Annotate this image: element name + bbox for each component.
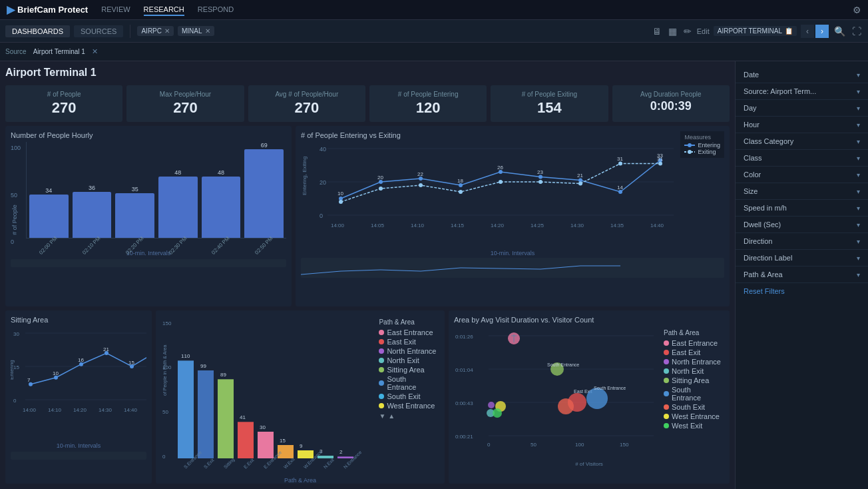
svg-text:2: 2: [339, 449, 343, 455]
settings-icon[interactable]: ⚙: [853, 5, 861, 15]
svg-point-1: [688, 143, 692, 147]
scatter-x-label: # of Visitors: [454, 461, 724, 467]
reset-filters-button[interactable]: Reset Filters: [736, 283, 868, 299]
edit-label[interactable]: Edit: [697, 27, 710, 35]
legend-exiting-label: Exiting: [698, 149, 716, 155]
next-arrow[interactable]: ›: [815, 25, 829, 38]
right-sidebar: Date ▾ Source: Airport Term... ▾ Day ▾ H…: [735, 61, 868, 489]
legend-east-exit: East Exit: [379, 338, 437, 346]
hourly-y-mid: 50: [11, 192, 21, 199]
kpi-max-value: 270: [173, 99, 198, 117]
svg-text:0:00:21: 0:00:21: [455, 434, 473, 440]
filter-color[interactable]: Color ▾: [736, 167, 868, 183]
tab-dashboards[interactable]: DASHBOARDS: [5, 25, 70, 37]
svg-text:14:00: 14:00: [23, 407, 37, 413]
svg-text:30: 30: [13, 331, 19, 337]
filter-airpc-close[interactable]: ✕: [164, 27, 170, 35]
filter-hour[interactable]: Hour ▾: [736, 117, 868, 133]
legend-entering-label: Entering: [698, 142, 720, 149]
filter-class-category[interactable]: Class Category ▾: [736, 133, 868, 150]
svg-point-126: [488, 402, 495, 408]
bottom-row: Sitting Area 30 15 0 7: [5, 310, 730, 484]
filter-size[interactable]: Size ▾: [736, 183, 868, 200]
path-area-chart: 150 100 50 0 of People in Path & Area 11…: [161, 316, 371, 476]
kpi-entering: # of People Entering 120: [369, 85, 487, 122]
legend-sitting-label: Sitting Area: [387, 366, 424, 374]
svg-rect-86: [258, 432, 274, 458]
filter-speed[interactable]: Speed in m/h ▾: [736, 200, 868, 217]
nav-review[interactable]: REVIEW: [101, 4, 130, 16]
bar: [158, 177, 198, 238]
filter-minal[interactable]: MINAL ✕: [178, 26, 214, 36]
filter-class-category-label: Class Category: [744, 137, 793, 145]
bar: [202, 177, 241, 238]
filter-hour-arrow: ▾: [857, 121, 860, 129]
hourly-y-max: 100: [11, 145, 21, 151]
filter-class-label: Class: [744, 154, 762, 162]
svg-text:9: 9: [300, 443, 303, 449]
filter-dwell-arrow: ▾: [857, 221, 860, 229]
scatter-legend-sitting: Sitting Area: [664, 376, 722, 384]
fullscreen-icon[interactable]: ⛶: [851, 25, 863, 38]
filter-direction[interactable]: Direction ▾: [736, 233, 868, 250]
entering-exiting-panel: # of People Entering vs Exiting Measures…: [296, 126, 730, 306]
svg-text:30: 30: [260, 424, 266, 430]
svg-text:10: 10: [53, 370, 59, 376]
hourly-y-min: 0: [11, 239, 21, 245]
filter-path-area[interactable]: Path & Area ▾: [736, 266, 868, 283]
svg-text:Sitting: Sitting: [223, 457, 236, 470]
kpi-duration-value: 0:00:39: [650, 99, 692, 113]
svg-text:50: 50: [531, 442, 537, 448]
filter-minal-close[interactable]: ✕: [205, 27, 210, 35]
svg-point-15: [539, 175, 542, 179]
scatter-legend-east-exit: East Exit: [664, 348, 722, 356]
kpi-exiting-value: 154: [537, 99, 562, 117]
filter-date-arrow: ▾: [857, 71, 860, 79]
svg-text:14:30: 14:30: [99, 407, 112, 413]
svg-text:E.Exit: E.Exit: [243, 458, 255, 470]
filter-date[interactable]: Date ▾: [736, 67, 868, 83]
filter-class-arrow: ▾: [857, 155, 860, 162]
monitor-icon[interactable]: 🖥: [651, 25, 663, 38]
filter-day[interactable]: Day ▾: [736, 100, 868, 117]
sort-desc-icon[interactable]: ▼: [379, 412, 385, 420]
filter-class[interactable]: Class ▾: [736, 150, 868, 167]
filter-dwell-label: Dwell (Sec): [744, 221, 781, 229]
sitting-area-x-label: 10-min. Intervals: [11, 442, 146, 449]
prev-arrow[interactable]: ‹: [801, 25, 814, 38]
layout-icon[interactable]: ▦: [667, 25, 678, 38]
filter-direction-label-arrow: ▾: [857, 254, 860, 262]
top-nav-links: REVIEW RESEARCH RESPOND: [101, 4, 234, 16]
search-icon[interactable]: 🔍: [833, 25, 847, 38]
scatter-legend-north-exit: North Exit: [664, 367, 722, 375]
scatter-legend-east-entrance: East Entrance: [664, 339, 722, 347]
svg-text:50: 50: [162, 409, 168, 415]
svg-point-119: [586, 388, 608, 409]
filter-source[interactable]: Source: Airport Term... ▾: [736, 83, 868, 100]
pencil-icon[interactable]: ✏: [682, 25, 693, 38]
svg-text:23: 23: [537, 169, 543, 175]
filter-speed-arrow: ▾: [857, 205, 860, 212]
svg-text:14:35: 14:35: [610, 223, 624, 229]
scatter-legend-south-exit: South Exit: [664, 403, 722, 411]
filter-direction-label: Direction: [744, 237, 772, 245]
svg-point-36: [658, 162, 662, 166]
svg-text:0:01:04: 0:01:04: [455, 367, 473, 373]
svg-rect-80: [198, 370, 214, 458]
kpi-entering-label: # of People Entering: [398, 91, 459, 98]
legend-south-entrance-label: South Entrance: [387, 375, 437, 391]
filter-dwell[interactable]: Dwell (Sec) ▾: [736, 217, 868, 233]
legend-entering: Entering: [684, 142, 720, 149]
nav-respond[interactable]: RESPOND: [198, 4, 234, 16]
kpi-people: # of People 270: [5, 85, 122, 122]
filter-minal-label: MINAL: [182, 27, 202, 35]
filter-direction-label[interactable]: Direction Label ▾: [736, 250, 868, 266]
filter-airpc[interactable]: AIRPC ✕: [137, 26, 174, 36]
svg-text:14:05: 14:05: [371, 223, 385, 229]
tab-sources[interactable]: SOURCES: [74, 25, 123, 37]
sort-asc-icon[interactable]: ▲: [388, 412, 395, 420]
nav-research[interactable]: RESEARCH: [144, 4, 184, 16]
scatter-legend-south-entrance: South Entrance: [664, 386, 722, 402]
svg-text:0: 0: [162, 454, 166, 460]
source-close-icon[interactable]: ✕: [92, 47, 98, 56]
